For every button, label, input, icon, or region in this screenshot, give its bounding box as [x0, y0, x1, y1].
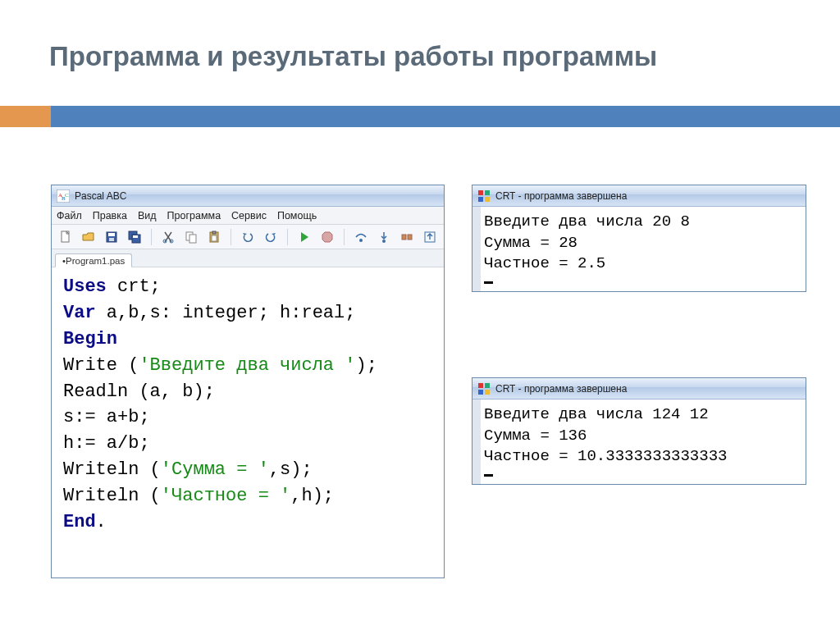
- menu-service[interactable]: Сервис: [231, 210, 267, 221]
- crt-icon: [477, 382, 491, 395]
- code-text: Writeln (: [63, 486, 161, 506]
- kw-uses: Uses: [63, 276, 107, 297]
- window-title: CRT - программа завершена: [495, 190, 627, 202]
- svg-rect-16: [212, 231, 216, 234]
- svg-rect-24: [478, 190, 483, 195]
- accent-bar-right: [51, 106, 840, 127]
- svg-rect-30: [478, 390, 483, 395]
- code-text: ,h);: [290, 486, 334, 506]
- menu-edit[interactable]: Правка: [93, 210, 127, 221]
- code-text: a,b,s: integer; h:real;: [96, 303, 356, 323]
- console-body: Введите два числа 20 8 Сумма = 28 Частно…: [472, 207, 806, 291]
- svg-rect-28: [478, 383, 483, 388]
- tab-program1[interactable]: •Program1.pas: [55, 253, 132, 267]
- save-icon[interactable]: [103, 228, 121, 246]
- undo-icon[interactable]: [239, 228, 257, 246]
- console-output: Введите два числа 20 8 Сумма = 28 Частно…: [484, 212, 804, 275]
- svg-rect-25: [485, 190, 490, 195]
- tab-strip: •Program1.pas: [52, 249, 444, 267]
- svg-marker-18: [322, 232, 332, 242]
- crt-window-2: CRT - программа завершена Введите два чи…: [472, 377, 806, 485]
- toolbar: [52, 225, 444, 249]
- svg-point-19: [359, 239, 363, 242]
- new-file-icon[interactable]: [57, 228, 75, 246]
- svg-rect-31: [485, 390, 490, 395]
- svg-rect-14: [189, 235, 196, 243]
- cursor-icon: [484, 281, 493, 284]
- titlebar[interactable]: CRT - программа завершена: [472, 185, 806, 207]
- breakpoint-icon[interactable]: [398, 228, 416, 246]
- code-text: h:= a/b;: [63, 433, 150, 454]
- page-title: Программа и результаты работы программы: [49, 41, 657, 72]
- string-literal: 'Частное = ': [161, 486, 290, 506]
- step-into-icon[interactable]: [375, 228, 393, 246]
- menu-file[interactable]: Файл: [57, 210, 82, 221]
- svg-text:C: C: [65, 192, 69, 199]
- menubar: Файл Правка Вид Программа Сервис Помощь: [52, 207, 444, 225]
- stop-icon[interactable]: [318, 228, 336, 246]
- titlebar[interactable]: CRT - программа завершена: [472, 378, 806, 399]
- code-text: );: [355, 355, 377, 376]
- window-title: Pascal ABC: [75, 190, 126, 202]
- step-over-icon[interactable]: [352, 228, 370, 246]
- open-folder-icon[interactable]: [80, 228, 98, 246]
- code-editor[interactable]: Uses crt; Var a,b,s: integer; h:real; Be…: [52, 267, 444, 544]
- code-text: ,s);: [269, 459, 313, 480]
- code-text: crt;: [107, 276, 161, 297]
- code-text: Readln (a, b);: [63, 381, 215, 402]
- step-out-icon[interactable]: [421, 228, 439, 246]
- console-body: Введите два числа 124 12 Сумма = 136 Час…: [472, 399, 806, 484]
- cursor-icon: [484, 474, 493, 477]
- svg-point-20: [382, 240, 386, 243]
- save-all-icon[interactable]: [126, 228, 144, 246]
- kw-begin: Begin: [63, 329, 117, 349]
- window-title: CRT - программа завершена: [495, 383, 627, 395]
- paste-icon[interactable]: [205, 228, 223, 246]
- svg-rect-7: [109, 238, 114, 241]
- run-icon[interactable]: [295, 228, 313, 246]
- kw-var: Var: [63, 303, 96, 323]
- menu-help[interactable]: Помощь: [277, 210, 317, 221]
- titlebar[interactable]: ABC Pascal ABC: [52, 185, 444, 207]
- code-text: Write (: [63, 355, 139, 376]
- svg-rect-22: [408, 235, 412, 240]
- code-text: Writeln (: [63, 459, 161, 480]
- crt-window-1: CRT - программа завершена Введите два чи…: [472, 185, 806, 292]
- string-literal: 'Сумма = ': [161, 459, 269, 480]
- cut-icon[interactable]: [159, 228, 177, 246]
- accent-bar-left: [0, 106, 51, 127]
- svg-rect-27: [485, 197, 490, 202]
- code-text: s:= a+b;: [63, 407, 150, 427]
- pascal-abc-window: ABC Pascal ABC Файл Правка Вид Программа…: [51, 185, 445, 578]
- svg-rect-29: [485, 383, 490, 388]
- string-literal: 'Введите два числа ': [139, 355, 355, 376]
- svg-rect-10: [133, 235, 138, 238]
- svg-rect-17: [212, 235, 217, 241]
- svg-rect-6: [108, 233, 115, 236]
- menu-view[interactable]: Вид: [138, 210, 157, 221]
- kw-end: End: [63, 512, 96, 532]
- menu-program[interactable]: Программа: [167, 210, 221, 221]
- svg-rect-21: [402, 235, 406, 240]
- copy-icon[interactable]: [182, 228, 200, 246]
- crt-icon: [477, 189, 491, 203]
- redo-icon[interactable]: [262, 228, 280, 246]
- svg-rect-26: [478, 197, 483, 202]
- console-output: Введите два числа 124 12 Сумма = 136 Час…: [484, 404, 804, 468]
- app-icon: ABC: [57, 189, 70, 203]
